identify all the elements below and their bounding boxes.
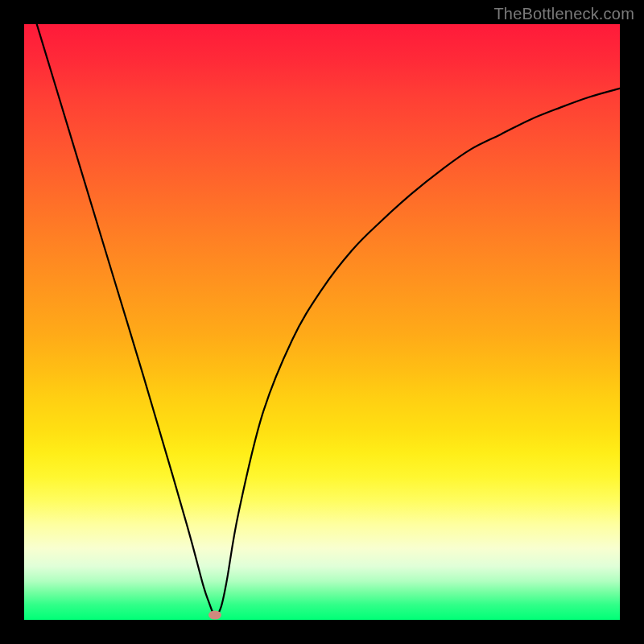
chart-frame: TheBottleneck.com [0, 0, 644, 644]
bottleneck-curve [24, 24, 620, 620]
watermark-text: TheBottleneck.com [493, 5, 634, 23]
plot-area [24, 24, 620, 620]
optimum-marker [208, 611, 221, 620]
